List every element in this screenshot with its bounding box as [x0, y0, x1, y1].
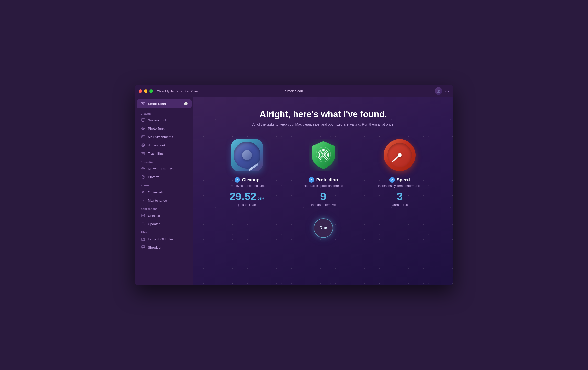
run-button[interactable]: Run	[314, 218, 333, 238]
avatar[interactable]	[435, 87, 442, 95]
speed-value: 3	[397, 190, 403, 202]
sidebar-item-updater[interactable]: Updater	[135, 220, 193, 228]
svg-point-33	[142, 191, 144, 193]
smart-scan-label: Smart Scan	[148, 102, 184, 106]
privacy-label: Privacy	[148, 175, 159, 179]
sidebar-item-privacy[interactable]: Privacy	[135, 173, 193, 181]
shield-wrap	[307, 138, 339, 172]
privacy-icon	[141, 174, 146, 179]
back-button[interactable]: ‹ Start Over	[181, 89, 198, 93]
optimization-label: Optimization	[148, 190, 166, 194]
protection-label: threats to remove	[311, 203, 336, 207]
files-icon	[141, 237, 146, 242]
uninstaller-icon	[141, 213, 146, 218]
itunes-icon	[141, 143, 146, 148]
svg-line-40	[144, 248, 144, 249]
protection-card: ✓ Protection Neutralizes potential threa…	[289, 138, 358, 207]
cleanup-desc: Removes unneeded junk	[229, 184, 265, 188]
sidebar-item-itunes-junk[interactable]: iTunes Junk	[135, 141, 193, 149]
svg-rect-36	[142, 246, 145, 248]
window-title: Smart Scan	[285, 89, 303, 93]
more-options-button[interactable]: ⋯	[444, 88, 449, 94]
main-subheading: All of the tasks to keep your Mac clean,…	[252, 122, 395, 126]
cleanup-label: junk to clean	[238, 203, 256, 207]
back-label: Start Over	[183, 89, 198, 93]
main-layout: Smart Scan Cleanup System Junk	[135, 97, 453, 285]
large-old-files-label: Large & Old Files	[148, 237, 173, 241]
uninstaller-label: Uninstaller	[148, 214, 164, 218]
sidebar-item-smart-scan[interactable]: Smart Scan	[137, 99, 192, 108]
protection-icon-wrap	[306, 138, 340, 172]
title-bar: CleanMyMac X ‹ Start Over Smart Scan ⋯	[135, 85, 453, 97]
speed-checkmark: ✓	[389, 177, 395, 183]
smart-scan-icon	[141, 101, 146, 106]
svg-rect-16	[142, 152, 144, 155]
protection-title-row: ✓ Protection	[309, 177, 338, 183]
svg-point-3	[142, 103, 144, 104]
svg-rect-2	[141, 102, 145, 105]
protection-section-header: Protection	[135, 158, 193, 164]
svg-line-38	[142, 248, 142, 249]
photo-junk-label: Photo Junk	[148, 127, 165, 130]
sidebar-item-system-junk[interactable]: System Junk	[135, 116, 193, 124]
sidebar: Smart Scan Cleanup System Junk	[135, 97, 193, 285]
disk-arm	[249, 163, 259, 171]
gauge-inner	[387, 143, 412, 167]
speed-label: tasks to run	[391, 203, 408, 207]
sidebar-item-malware-removal[interactable]: Malware Removal	[135, 164, 193, 173]
svg-point-0	[438, 90, 440, 92]
sidebar-item-uninstaller[interactable]: Uninstaller	[135, 211, 193, 220]
content-area: Alright, here's what I've found. All of …	[193, 97, 453, 285]
shredder-icon	[141, 245, 146, 250]
disk-icon	[231, 139, 263, 171]
sidebar-item-optimization[interactable]: Optimization	[135, 188, 193, 196]
sidebar-item-large-old-files[interactable]: Large & Old Files	[135, 235, 193, 243]
cleanup-value: 29.52	[229, 191, 256, 202]
updater-label: Updater	[148, 222, 160, 226]
cleanup-section-header: Cleanup	[135, 109, 193, 116]
speed-icon-wrap	[383, 138, 417, 172]
close-button[interactable]	[139, 89, 142, 93]
gauge-dot	[398, 153, 402, 157]
system-junk-icon	[141, 118, 146, 123]
traffic-lights	[139, 89, 153, 93]
maintenance-icon	[141, 198, 146, 203]
svg-rect-5	[141, 119, 145, 121]
shredder-label: Shredder	[148, 246, 162, 249]
smart-scan-toggle	[184, 102, 188, 105]
gauge-icon	[384, 139, 416, 171]
mail-icon	[141, 134, 146, 139]
sidebar-item-shredder[interactable]: Shredder	[135, 243, 193, 252]
svg-point-1	[437, 92, 440, 93]
sidebar-item-trash-bins[interactable]: Trash Bins	[135, 149, 193, 158]
speed-card: ✓ Speed Increases system performance 3 t…	[365, 138, 434, 207]
back-arrow-icon: ‹	[181, 89, 182, 93]
cleanup-unit: GB	[258, 196, 265, 201]
sidebar-item-maintenance[interactable]: Maintenance	[135, 196, 193, 205]
trash-bins-label: Trash Bins	[148, 152, 164, 155]
files-section-header: Files	[135, 228, 193, 235]
malware-icon	[141, 166, 146, 171]
svg-point-8	[142, 127, 144, 130]
speed-title-row: ✓ Speed	[389, 177, 410, 183]
cleanup-title-row: ✓ Cleanup	[235, 177, 259, 183]
protection-value: 9	[320, 190, 326, 202]
sidebar-item-photo-junk[interactable]: Photo Junk	[135, 124, 193, 133]
protection-checkmark: ✓	[309, 177, 314, 183]
cards-row: ✓ Cleanup Removes unneeded junk 29.52 GB…	[213, 138, 434, 207]
app-window: CleanMyMac X ‹ Start Over Smart Scan ⋯	[135, 85, 453, 285]
protection-title: Protection	[316, 177, 338, 183]
svg-point-26	[143, 168, 144, 169]
minimize-button[interactable]	[144, 89, 147, 93]
mail-attachments-label: Mail Attachments	[148, 135, 173, 139]
photo-junk-icon	[141, 126, 146, 131]
app-title: CleanMyMac X	[157, 89, 178, 93]
sidebar-item-mail-attachments[interactable]: Mail Attachments	[135, 133, 193, 141]
run-button-wrap: Run	[314, 218, 333, 238]
maximize-button[interactable]	[149, 89, 153, 93]
svg-rect-14	[141, 136, 145, 138]
protection-desc: Neutralizes potential threats	[304, 184, 343, 188]
updater-icon	[141, 221, 146, 226]
cleanup-checkmark: ✓	[235, 177, 240, 183]
applications-section-header: Applications	[135, 205, 193, 211]
